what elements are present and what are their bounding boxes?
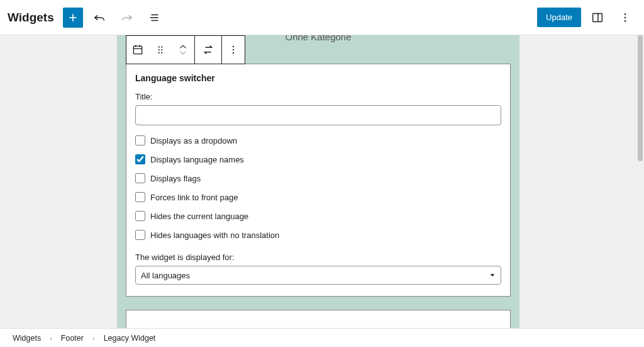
more-vertical-icon xyxy=(618,11,632,25)
checkbox-group: Displays as a dropdown Displays language… xyxy=(135,135,501,240)
block-options-button[interactable] xyxy=(222,36,245,64)
checkbox[interactable] xyxy=(135,192,145,202)
options-button[interactable] xyxy=(614,6,636,29)
svg-point-2 xyxy=(625,16,626,18)
svg-point-9 xyxy=(158,52,160,53)
settings-sidebar-toggle[interactable] xyxy=(586,6,609,29)
title-input[interactable] xyxy=(135,105,501,125)
check-hide-untranslated[interactable]: Hides languages with no translation xyxy=(135,230,501,240)
move-to-area-button[interactable] xyxy=(195,36,221,64)
widget-title: Language switcher xyxy=(135,73,501,83)
check-label: Hides the current language xyxy=(150,212,248,221)
more-vertical-icon xyxy=(227,43,240,56)
check-label: Displays flags xyxy=(150,174,201,183)
page-title: Widgets xyxy=(8,11,54,25)
add-block-button[interactable] xyxy=(63,8,83,28)
scrollbar-thumb[interactable] xyxy=(638,35,643,161)
vertical-scrollbar[interactable] xyxy=(638,35,643,328)
check-dropdown[interactable]: Displays as a dropdown xyxy=(135,135,501,145)
check-label: Displays language names xyxy=(150,155,244,164)
sidebar-icon xyxy=(591,11,604,25)
check-label: Hides languages with no translation xyxy=(150,230,279,240)
widget-panel: Language switcher Title: Displays as a d… xyxy=(126,64,511,297)
widget-area: Ohne Kategorie xyxy=(117,35,519,328)
title-label: Title: xyxy=(135,92,501,101)
undo-button[interactable] xyxy=(88,6,111,29)
breadcrumb-item[interactable]: Widgets xyxy=(13,334,41,343)
select-value: All languages xyxy=(141,271,190,280)
svg-point-3 xyxy=(625,20,626,22)
check-label: Forces link to front page xyxy=(150,193,238,202)
move-buttons[interactable] xyxy=(172,36,194,64)
drag-handle[interactable] xyxy=(149,36,172,64)
check-flags[interactable]: Displays flags xyxy=(135,173,501,183)
list-icon xyxy=(148,11,162,25)
check-front-page[interactable]: Forces link to front page xyxy=(135,192,501,202)
top-toolbar: Widgets Update xyxy=(0,0,644,35)
display-for-label: The widget is displayed for: xyxy=(135,253,501,262)
calendar-icon xyxy=(131,43,144,56)
checkbox[interactable] xyxy=(135,230,145,240)
editor-canvas: Ohne Kategorie xyxy=(0,35,636,328)
block-toolbar xyxy=(126,35,245,64)
checkbox[interactable] xyxy=(135,173,145,183)
breadcrumb-separator: › xyxy=(50,334,52,342)
svg-point-8 xyxy=(161,49,162,50)
svg-point-13 xyxy=(233,52,234,54)
plus-icon xyxy=(67,11,79,24)
svg-point-7 xyxy=(158,49,160,50)
undo-icon xyxy=(92,11,106,25)
check-hide-current[interactable]: Hides the current language xyxy=(135,211,501,221)
check-label: Displays as a dropdown xyxy=(150,136,237,145)
next-widget-block[interactable] xyxy=(126,310,511,328)
check-language-names[interactable]: Displays language names xyxy=(135,154,501,164)
checkbox[interactable] xyxy=(135,154,145,164)
redo-button[interactable] xyxy=(116,6,138,29)
redo-icon xyxy=(120,11,134,25)
document-overview-button[interactable] xyxy=(143,6,166,29)
breadcrumb-separator: › xyxy=(92,334,95,342)
chevron-down-icon xyxy=(179,50,187,55)
checkbox[interactable] xyxy=(135,211,145,221)
drag-icon xyxy=(155,44,166,55)
chevron-up-icon xyxy=(179,44,187,49)
svg-point-12 xyxy=(233,49,234,50)
svg-point-10 xyxy=(161,52,162,53)
display-for-select[interactable]: All languages xyxy=(135,266,501,285)
svg-rect-0 xyxy=(593,13,602,21)
breadcrumb-item[interactable]: Footer xyxy=(61,334,84,343)
svg-rect-4 xyxy=(133,46,142,54)
swap-icon xyxy=(201,43,215,57)
checkbox[interactable] xyxy=(135,135,145,145)
breadcrumb-item[interactable]: Legacy Widget xyxy=(104,334,156,343)
update-button[interactable]: Update xyxy=(537,8,581,27)
block-type-button[interactable] xyxy=(126,36,149,64)
caret-down-icon xyxy=(489,272,496,278)
background-text: Ohne Kategorie xyxy=(285,35,351,42)
svg-point-5 xyxy=(158,46,160,47)
breadcrumb: Widgets › Footer › Legacy Widget xyxy=(0,328,644,347)
svg-point-11 xyxy=(233,46,234,47)
svg-point-1 xyxy=(625,13,626,15)
svg-point-6 xyxy=(161,46,162,47)
